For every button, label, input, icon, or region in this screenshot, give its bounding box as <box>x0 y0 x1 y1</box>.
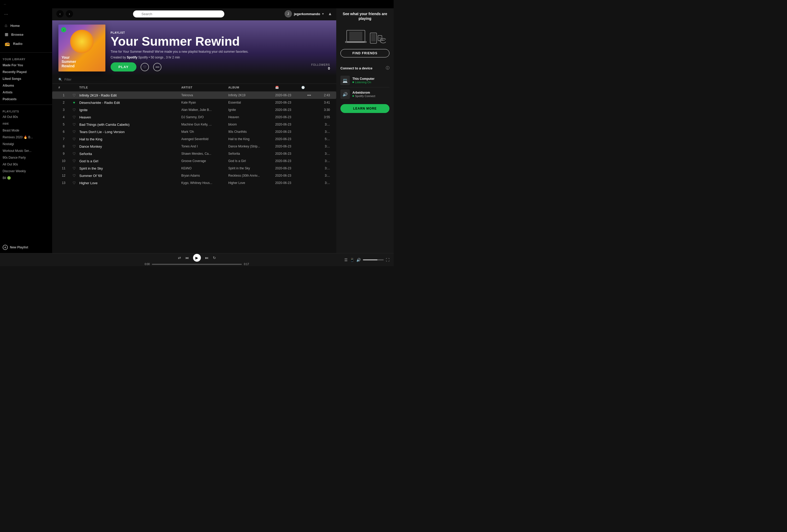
sidebar-item-browse[interactable]: ⊞ Browse <box>2 30 50 39</box>
track-num: 8 <box>59 145 69 148</box>
track-heart[interactable]: ♡ <box>69 144 79 148</box>
table-row[interactable]: 11 ♡ Spirit in the Sky KEiiNO Spirit in … <box>52 165 336 172</box>
repeat-button[interactable]: ↻ <box>213 256 216 260</box>
track-heart[interactable]: ♡ <box>69 181 79 185</box>
playlist-item-beast-mode[interactable]: Beast Mode <box>3 128 49 133</box>
track-heart[interactable]: ♥ <box>69 101 79 105</box>
listening-on-status: Listening On <box>353 81 375 84</box>
sidebar-item-made-for-you[interactable]: Made For You <box>0 62 52 69</box>
track-heart[interactable]: ♡ <box>69 173 79 178</box>
next-button[interactable]: ⏭ <box>205 256 209 260</box>
track-heart[interactable]: ♡ <box>69 93 79 97</box>
track-title: Dance Monkey <box>79 145 181 148</box>
playlist-item-all-out-90s[interactable]: All Out 90s <box>3 162 49 167</box>
header-artist: ARTIST <box>181 86 228 89</box>
filter-input[interactable] <box>64 78 104 81</box>
track-num: 2 <box>59 101 69 104</box>
more-options-button[interactable]: ••• <box>153 63 162 71</box>
search-input[interactable] <box>133 10 224 18</box>
track-num: 3 <box>59 108 69 112</box>
playlist-item-all-out-80s[interactable]: All Out 80s <box>3 114 49 120</box>
track-heart[interactable]: ♡ <box>69 159 79 163</box>
time-current: 0:00 <box>145 263 150 265</box>
device-info-computer: This Computer Listening On <box>353 77 375 84</box>
previous-button[interactable]: ⏮ <box>185 256 189 260</box>
table-row[interactable]: 9 ♡ Señorita Shawn Mendes, Ca... Señorit… <box>52 150 336 157</box>
track-heart[interactable]: ♡ <box>69 137 79 141</box>
sidebar-item-home[interactable]: ⌂ Home <box>2 21 50 30</box>
shuffle-button[interactable]: ⇄ <box>178 256 181 260</box>
track-date: 2020-06-23 <box>275 101 301 104</box>
play-button[interactable]: PLAY <box>111 62 136 71</box>
device-arbeidsrom[interactable]: 🔊 Arbeidsrom Spotify Connect <box>340 87 389 101</box>
sidebar-item-recently-played[interactable]: Recently Played <box>0 69 52 76</box>
spotify-logo-art: ♪ <box>61 27 66 33</box>
play-pause-button[interactable]: ▶ <box>193 254 201 262</box>
track-num: 12 <box>59 174 69 177</box>
sidebar-item-liked-songs[interactable]: Liked Songs <box>0 76 52 82</box>
fullscreen-icon[interactable]: ⛶ <box>386 258 389 262</box>
info-icon[interactable]: ⓘ <box>386 66 389 70</box>
table-row[interactable]: 12 ♡ Summer Of '69 Bryan Adams Reckless … <box>52 172 336 179</box>
browse-icon: ⊞ <box>5 32 8 37</box>
playlist-item-90s-dance[interactable]: 90s Dance Party <box>3 155 49 161</box>
track-heart[interactable]: ♡ <box>69 152 79 156</box>
track-more-icon[interactable]: ••• <box>301 93 317 97</box>
table-row[interactable]: 5 ♡ Bad Things (with Camila Cabello) Mac… <box>52 121 336 128</box>
header-album: ALBUM <box>228 86 275 89</box>
devices-icon[interactable]: 📱 <box>350 258 354 262</box>
like-button[interactable]: ♡ <box>141 63 149 71</box>
learn-more-button[interactable]: LEARN MORE <box>340 104 389 113</box>
user-area[interactable]: J jegerkommando ▾ ▲ <box>284 10 332 18</box>
table-row[interactable]: 4 ♡ Heaven DJ Sammy, D/O Heaven 2020-06-… <box>52 113 336 121</box>
table-row[interactable]: 10 ♡ God Is a Girl Groove Coverage God I… <box>52 157 336 165</box>
sidebar-item-albums[interactable]: Albums <box>0 82 52 89</box>
table-row[interactable]: 6 ♡ Tears Don't Lie - Long Version Mark … <box>52 128 336 135</box>
table-row[interactable]: 1 ♡ Infinity 2K19 - Radio Edit Teknova I… <box>52 91 336 99</box>
track-heart[interactable]: ♡ <box>69 130 79 134</box>
player-bar: ⇄ ⏮ ▶ ⏭ ↻ 0:00 0:17 ☰ 📱 🔊 ⛶ <box>0 253 394 266</box>
table-row[interactable]: 13 ♡ Higher Love Kygo, Whitney Hous... H… <box>52 179 336 187</box>
playlist-item-remixes-2020[interactable]: Remixes 2020 🔥 B... <box>3 134 49 140</box>
device-info-arbeidsrom: Arbeidsrom Spotify Connect <box>353 91 375 98</box>
playlist-item-workout-music[interactable]: Workout Music Ser... <box>3 148 49 154</box>
table-row[interactable]: 7 ♡ Hail to the King Avenged Sevenfold H… <box>52 135 336 143</box>
track-heart[interactable]: ♡ <box>69 166 79 170</box>
progress-bar[interactable] <box>152 264 242 265</box>
sidebar: ··· ⌂ Home ⊞ Browse 📻 Radio YOUR LIBRARY… <box>0 7 52 253</box>
sidebar-more-icon[interactable]: ··· <box>2 10 10 18</box>
volume-icon[interactable]: 🔊 <box>356 258 361 262</box>
scroll-up-icon[interactable]: ▲ <box>328 12 332 16</box>
playlist-item-nostalgi[interactable]: Nostalgi <box>3 141 49 147</box>
table-row[interactable]: 3 ♡ Ignite Alan Walker, Julie B... Ignit… <box>52 106 336 113</box>
this-computer-label: This Computer <box>353 77 375 81</box>
track-num: 6 <box>59 130 69 133</box>
track-album: Reckless (30th Anniv... <box>228 174 275 177</box>
creator-name[interactable]: Spotify <box>127 56 137 59</box>
track-title: Désenchantée - Radio Edit <box>79 101 181 105</box>
volume-bar[interactable] <box>363 259 384 260</box>
track-heart[interactable]: ♡ <box>69 108 79 112</box>
forward-button[interactable]: › <box>66 10 73 18</box>
back-button[interactable]: ‹ <box>56 10 64 18</box>
filter-icon: 🔍 <box>59 78 62 81</box>
track-date: 2020-06-23 <box>275 181 301 185</box>
track-heart[interactable]: ♡ <box>69 115 79 119</box>
dots-icon[interactable]: ··· <box>3 2 7 6</box>
playlist-item-discover-weekly[interactable]: Discover Weekly <box>3 168 49 174</box>
find-friends-button[interactable]: FIND FRIENDS <box>340 49 389 58</box>
track-num: 1 <box>59 93 69 97</box>
sidebar-item-podcasts[interactable]: Podcasts <box>0 96 52 103</box>
playlist-item-mint[interactable]: mint <box>3 121 49 127</box>
queue-icon[interactable]: ☰ <box>344 258 348 262</box>
sidebar-item-radio[interactable]: 📻 Radio <box>2 39 50 48</box>
track-date: 2020-06-23 <box>275 152 301 155</box>
device-this-computer[interactable]: 💻 This Computer Listening On <box>340 73 389 87</box>
playlist-item-bil[interactable]: Bil 🟢 <box>3 175 49 181</box>
new-playlist-button[interactable]: + New Playlist <box>0 241 52 253</box>
table-row[interactable]: 8 ♡ Dance Monkey Tones And I Dance Monke… <box>52 143 336 150</box>
track-heart[interactable]: ♡ <box>69 122 79 127</box>
sidebar-item-artists[interactable]: Artists <box>0 89 52 96</box>
track-date: 2020-06-23 <box>275 130 301 133</box>
table-row[interactable]: 2 ♥ Désenchantée - Radio Edit Kate Ryan … <box>52 99 336 106</box>
